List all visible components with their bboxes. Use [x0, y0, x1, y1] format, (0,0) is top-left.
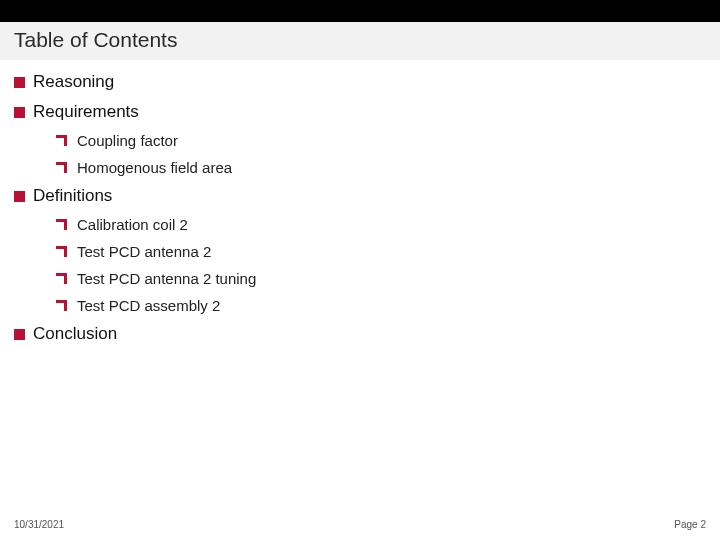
toc-label: Requirements — [33, 102, 139, 122]
toc-sublist: Coupling factor Homogenous field area — [56, 132, 706, 176]
footer-page: Page 2 — [674, 519, 706, 530]
corner-bullet-icon — [56, 300, 67, 311]
square-bullet-icon — [14, 77, 25, 88]
corner-bullet-icon — [56, 135, 67, 146]
toc-item: Reasoning — [14, 72, 706, 92]
toc-row: Definitions — [14, 186, 706, 206]
corner-bullet-icon — [56, 162, 67, 173]
toc-sublist: Calibration coil 2 Test PCD antenna 2 Te… — [56, 216, 706, 314]
toc-sublabel: Test PCD assembly 2 — [77, 297, 220, 314]
toc-row: Conclusion — [14, 324, 706, 344]
square-bullet-icon — [14, 329, 25, 340]
toc-list: Reasoning Requirements Coupling factor H… — [14, 72, 706, 344]
title-band: Table of Contents — [0, 22, 720, 60]
toc-subitem: Test PCD antenna 2 tuning — [56, 270, 706, 287]
corner-bullet-icon — [56, 219, 67, 230]
toc-sublabel: Test PCD antenna 2 tuning — [77, 270, 256, 287]
corner-bullet-icon — [56, 246, 67, 257]
toc-content: Reasoning Requirements Coupling factor H… — [0, 60, 720, 344]
toc-subitem: Test PCD antenna 2 — [56, 243, 706, 260]
toc-sublabel: Test PCD antenna 2 — [77, 243, 211, 260]
toc-subitem: Calibration coil 2 — [56, 216, 706, 233]
square-bullet-icon — [14, 107, 25, 118]
toc-subitem: Homogenous field area — [56, 159, 706, 176]
toc-label: Reasoning — [33, 72, 114, 92]
toc-item: Definitions Calibration coil 2 Test PCD … — [14, 186, 706, 314]
toc-row: Requirements — [14, 102, 706, 122]
toc-item: Requirements Coupling factor Homogenous … — [14, 102, 706, 176]
toc-subitem: Coupling factor — [56, 132, 706, 149]
toc-row: Reasoning — [14, 72, 706, 92]
toc-label: Conclusion — [33, 324, 117, 344]
toc-sublabel: Coupling factor — [77, 132, 178, 149]
toc-item: Conclusion — [14, 324, 706, 344]
toc-sublabel: Homogenous field area — [77, 159, 232, 176]
footer-date: 10/31/2021 — [14, 519, 64, 530]
footer: 10/31/2021 Page 2 — [14, 519, 706, 530]
square-bullet-icon — [14, 191, 25, 202]
corner-bullet-icon — [56, 273, 67, 284]
toc-subitem: Test PCD assembly 2 — [56, 297, 706, 314]
page-title: Table of Contents — [14, 28, 706, 52]
toc-label: Definitions — [33, 186, 112, 206]
top-bar — [0, 0, 720, 22]
toc-sublabel: Calibration coil 2 — [77, 216, 188, 233]
